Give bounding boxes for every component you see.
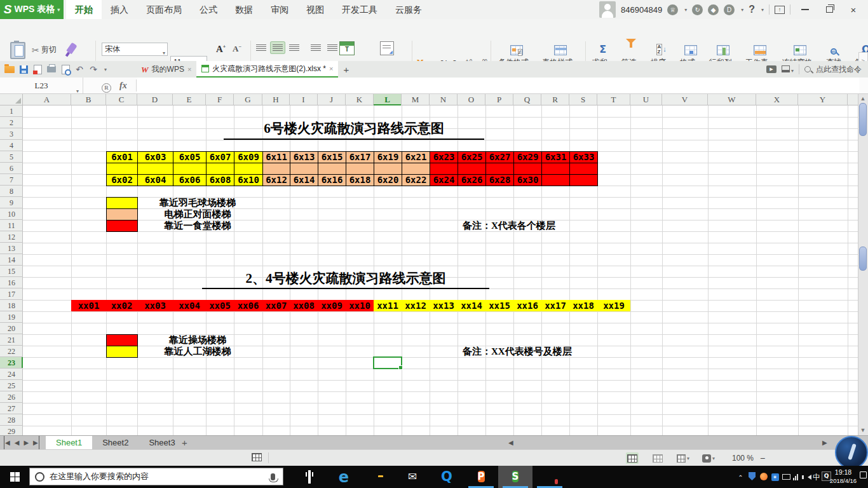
- room-cell[interactable]: 6x30: [513, 174, 542, 186]
- room-cell[interactable]: 6x27: [485, 151, 514, 163]
- font-name-select[interactable]: 宋体▾: [102, 43, 168, 56]
- row-header-18[interactable]: 18: [0, 300, 23, 311]
- row-header-25[interactable]: 25: [0, 380, 23, 391]
- floating-avatar[interactable]: [835, 436, 868, 469]
- menu-tab-视图[interactable]: 视图: [297, 0, 333, 19]
- globe-icon[interactable]: [759, 473, 768, 482]
- close-icon[interactable]: ×: [329, 65, 333, 72]
- room-cell[interactable]: xx18: [569, 300, 597, 311]
- row-header-28[interactable]: 28: [0, 414, 23, 426]
- file-explorer-button[interactable]: [361, 466, 395, 488]
- room-cell[interactable]: [206, 163, 234, 175]
- room-cell[interactable]: xx19: [597, 300, 630, 311]
- column-header-X[interactable]: X: [756, 94, 798, 105]
- select-all-corner[interactable]: [0, 94, 23, 105]
- docer-icon[interactable]: D: [724, 4, 735, 15]
- row-header-10[interactable]: 10: [0, 208, 23, 220]
- room-cell[interactable]: 6x20: [374, 174, 402, 186]
- column-header-L[interactable]: L: [374, 94, 402, 105]
- room-cell[interactable]: 6x22: [402, 174, 430, 186]
- room-cell[interactable]: 6x02: [106, 174, 138, 186]
- room-cell[interactable]: [234, 163, 263, 175]
- edge-button[interactable]: e: [327, 466, 361, 488]
- room-cell[interactable]: 6x13: [290, 151, 318, 163]
- room-cell[interactable]: [541, 163, 570, 175]
- taskbar-search[interactable]: 在这里输入你要搜索的内容: [29, 468, 283, 485]
- tab-document[interactable]: 火灾疏散演习路线示意图(2).xlsx * ×: [196, 61, 338, 78]
- pc-icon[interactable]: [782, 473, 791, 481]
- room-cell[interactable]: xx12: [402, 300, 430, 311]
- room-cell[interactable]: 6x08: [206, 174, 234, 186]
- align-top-button[interactable]: [254, 42, 268, 53]
- room-cell[interactable]: xx11: [374, 300, 402, 311]
- hscroll-left-icon[interactable]: ◀: [508, 436, 513, 449]
- page-layout-button[interactable]: ▾: [677, 452, 689, 464]
- vip-crown-icon[interactable]: ♕: [667, 4, 678, 15]
- open-button[interactable]: [3, 61, 17, 78]
- room-cell[interactable]: [485, 163, 514, 175]
- room-cell[interactable]: xx14: [458, 300, 485, 311]
- row-header-8[interactable]: 8: [0, 186, 23, 197]
- menu-tab-开发工具[interactable]: 开发工具: [333, 0, 386, 19]
- room-cell[interactable]: [402, 163, 430, 175]
- column-header-K[interactable]: K: [346, 94, 374, 105]
- reading-mode-button[interactable]: ▾: [702, 452, 715, 464]
- room-cell[interactable]: 6x07: [206, 151, 234, 163]
- page-break-view-button[interactable]: [651, 452, 664, 464]
- column-header-P[interactable]: P: [485, 94, 513, 105]
- row-header-2[interactable]: 2: [0, 117, 23, 128]
- column-header-J[interactable]: J: [318, 94, 346, 105]
- room-cell[interactable]: 6x33: [569, 151, 598, 163]
- increase-indent-button[interactable]: [325, 42, 339, 53]
- room-cell[interactable]: [458, 163, 486, 175]
- column-header-D[interactable]: D: [137, 94, 173, 105]
- room-cell[interactable]: 6x26: [458, 174, 486, 186]
- print-preview-button[interactable]: [58, 61, 72, 78]
- row-header-12[interactable]: 12: [0, 231, 23, 243]
- room-cell[interactable]: 6x09: [234, 151, 263, 163]
- room-cell[interactable]: 6x10: [234, 174, 263, 186]
- room-cell[interactable]: xx09: [318, 300, 346, 311]
- room-cell[interactable]: 6x03: [137, 151, 173, 163]
- menu-tab-审阅[interactable]: 审阅: [262, 0, 297, 19]
- vertical-scrollbar-marker[interactable]: [859, 247, 867, 271]
- room-cell[interactable]: [569, 163, 598, 175]
- layout-switch-button[interactable]: ▾: [782, 64, 794, 75]
- name-box[interactable]: L23▾: [0, 78, 83, 93]
- tab-my-wps[interactable]: W 我的WPS ×: [136, 61, 196, 78]
- room-cell[interactable]: xx05: [206, 300, 234, 311]
- column-header-G[interactable]: G: [234, 94, 262, 105]
- room-cell[interactable]: 6x01: [106, 151, 138, 163]
- sheet-tab-Sheet3[interactable]: Sheet3: [139, 436, 185, 450]
- room-cell[interactable]: 6x31: [541, 151, 570, 163]
- add-sheet-button[interactable]: +: [182, 436, 187, 450]
- room-cell[interactable]: 6x12: [262, 174, 290, 186]
- room-cell[interactable]: 6x11: [262, 151, 290, 163]
- row-header-21[interactable]: 21: [0, 334, 23, 346]
- qq-browser-button[interactable]: Q: [430, 466, 464, 488]
- customize-quickbar-button[interactable]: ▾: [100, 61, 109, 78]
- wps-presentation-button[interactable]: P: [464, 466, 498, 488]
- spreadsheet-grid[interactable]: ABCDEFGHIJKLMNOPQRSTUVWXY123456789101112…: [0, 94, 858, 435]
- menu-tab-云服务[interactable]: 云服务: [386, 0, 431, 19]
- share-upload-icon[interactable]: ↑: [775, 6, 785, 14]
- new-tab-button[interactable]: +: [338, 61, 354, 78]
- task-view-button[interactable]: [292, 466, 327, 488]
- row-header-23[interactable]: 23: [0, 357, 23, 369]
- last-sheet-icon[interactable]: ▶: [33, 436, 39, 449]
- column-header-Y[interactable]: Y: [798, 94, 848, 105]
- minimize-button[interactable]: [796, 0, 815, 19]
- column-header-M[interactable]: M: [402, 94, 430, 105]
- room-cell[interactable]: xx10: [346, 300, 374, 311]
- decrease-indent-button[interactable]: [309, 42, 323, 53]
- room-cell[interactable]: xx13: [430, 300, 458, 311]
- first-sheet-icon[interactable]: ◀: [4, 436, 10, 449]
- shrink-font-button[interactable]: A−: [233, 44, 241, 54]
- column-header-S[interactable]: S: [569, 94, 597, 105]
- print-button[interactable]: [44, 61, 58, 78]
- microphone-icon[interactable]: [271, 473, 275, 480]
- column-header-B[interactable]: B: [71, 94, 106, 105]
- room-cell[interactable]: xx03: [137, 300, 173, 311]
- room-cell[interactable]: xx01: [71, 300, 106, 311]
- column-header-Q[interactable]: Q: [513, 94, 541, 105]
